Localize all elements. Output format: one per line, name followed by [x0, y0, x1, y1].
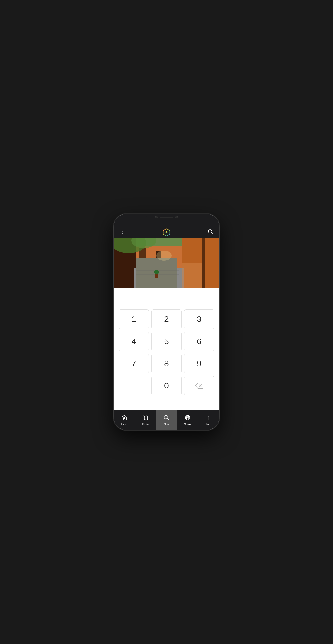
phone-frame: ‹: [114, 214, 219, 430]
nav-label-karta: Karta: [142, 423, 149, 426]
nav-label-sok: Sök: [164, 423, 169, 426]
nav-label-sprak: Språk: [184, 423, 191, 426]
keypad-grid: 1 2 3 4 5 6 7 8 9 0: [119, 306, 214, 399]
key-3[interactable]: 3: [184, 309, 214, 329]
nav-item-sok[interactable]: Sök: [156, 410, 177, 430]
phone-screen: ‹: [114, 214, 219, 430]
key-0[interactable]: 0: [151, 376, 182, 395]
home-icon: [121, 415, 127, 422]
svg-marker-24: [143, 416, 148, 420]
key-5[interactable]: 5: [151, 332, 182, 351]
input-display: [119, 288, 214, 306]
svg-point-34: [209, 416, 209, 417]
sensor-dot: [175, 216, 178, 218]
bottom-nav: Hem Karta: [114, 410, 219, 430]
nav-label-info: Info: [206, 423, 211, 426]
nav-item-info[interactable]: Info: [198, 410, 219, 430]
notch-bar: [114, 214, 219, 227]
hero-image: [114, 238, 219, 288]
key-6[interactable]: 6: [184, 332, 214, 351]
map-icon: [142, 415, 148, 422]
key-9[interactable]: 9: [184, 354, 214, 373]
speaker-grille: [160, 217, 173, 218]
app-content: ‹: [114, 227, 219, 430]
search-nav-icon: [163, 415, 170, 422]
nav-item-karta[interactable]: Karta: [135, 410, 156, 430]
key-1[interactable]: 1: [119, 309, 149, 329]
svg-line-28: [168, 419, 169, 420]
delete-icon: [195, 382, 204, 389]
front-camera: [155, 216, 158, 218]
key-4[interactable]: 4: [119, 332, 149, 351]
notch: [146, 214, 187, 220]
svg-rect-15: [182, 263, 202, 288]
globe-icon: [185, 415, 191, 422]
back-button[interactable]: ‹: [119, 229, 126, 236]
keypad-area: 1 2 3 4 5 6 7 8 9 0: [114, 288, 219, 410]
input-underline: [119, 304, 214, 304]
svg-line-2: [212, 233, 213, 234]
svg-point-13: [156, 251, 172, 261]
key-2[interactable]: 2: [151, 309, 182, 329]
top-nav: ‹: [114, 227, 219, 238]
nav-label-hem: Hem: [121, 423, 127, 426]
nav-item-hem[interactable]: Hem: [114, 410, 135, 430]
key-7[interactable]: 7: [119, 354, 149, 373]
info-icon: [206, 415, 212, 422]
delete-button[interactable]: [184, 376, 214, 395]
nav-item-sprak[interactable]: Språk: [177, 410, 198, 430]
key-empty: [119, 376, 149, 395]
search-button[interactable]: [207, 229, 214, 236]
app-logo: [162, 228, 171, 237]
svg-rect-14: [202, 238, 205, 288]
svg-point-21: [154, 270, 159, 274]
key-8[interactable]: 8: [151, 354, 182, 373]
